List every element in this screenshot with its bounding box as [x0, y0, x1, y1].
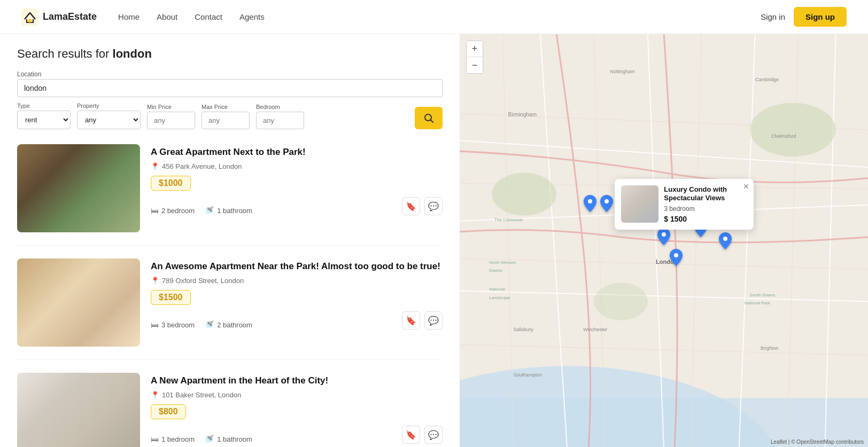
svg-text:Salisbury: Salisbury: [514, 327, 534, 332]
listing-price: $800: [151, 404, 186, 419]
location-icon: 📍: [151, 391, 159, 399]
popup-price: $ 1500: [664, 215, 747, 223]
listing-address: 📍 456 Park Avenue, London: [151, 162, 443, 170]
bathrooms-text: 1 bathroom: [217, 207, 252, 215]
bath-icon: 🚿: [204, 320, 214, 330]
svg-text:The Cotswolds: The Cotswolds: [494, 217, 523, 222]
listing-card: A Great Apartment Next to the Park! 📍 45…: [17, 144, 443, 232]
message-button[interactable]: 💬: [424, 426, 443, 444]
bathrooms-text: 2 bathroom: [217, 321, 252, 329]
type-label: Type: [17, 103, 71, 109]
bedrooms-meta: 🛏 1 bedroom: [151, 435, 195, 444]
bathrooms-meta: 🚿 2 bathroom: [204, 320, 252, 330]
type-select[interactable]: rent buy: [17, 111, 71, 129]
nav-contact[interactable]: Contact: [195, 12, 222, 21]
bath-icon: 🚿: [204, 434, 214, 444]
svg-point-23: [750, 103, 836, 157]
max-price-filter-group: Max Price: [201, 104, 250, 129]
listing-title: A New Apartment in the Heart of the City…: [151, 375, 443, 387]
header: LamaEstate Home About Contact Agents Sig…: [0, 0, 868, 34]
search-query: london: [113, 47, 152, 60]
nav-home[interactable]: Home: [118, 12, 140, 21]
bookmark-button[interactable]: 🔖: [402, 311, 420, 330]
listing-meta: 🛏 3 bedroom 🚿 2 bathroom: [151, 320, 252, 330]
svg-point-22: [492, 172, 556, 215]
listing-meta: 🛏 1 bedroom 🚿 1 bathroom: [151, 434, 252, 444]
map-container: Birmingham Nottingham Cambridge Chelmsfo…: [460, 34, 868, 447]
svg-text:Landscape: Landscape: [489, 295, 510, 300]
listing-meta-row: 🛏 1 bedroom 🚿 1 bathroom 🔖 💬: [151, 426, 443, 444]
left-panel: Search results for london Location Type …: [0, 34, 460, 447]
nav-about[interactable]: About: [157, 12, 177, 21]
svg-point-41: [588, 199, 592, 203]
bed-icon: 🛏: [151, 320, 159, 330]
listing-card: An Awesome Apartment Near the Park! Almo…: [17, 258, 443, 347]
property-filter-group: Property any apartment house: [77, 103, 141, 129]
logo-text: LamaEstate: [43, 11, 97, 22]
message-button[interactable]: 💬: [424, 197, 443, 215]
map-pin[interactable]: [600, 195, 613, 216]
listing-info: A Great Apartment Next to the Park! 📍 45…: [151, 144, 443, 232]
logo-icon: [21, 9, 38, 26]
bedrooms-text: 2 bedroom: [161, 207, 195, 215]
bedrooms-meta: 🛏 2 bedroom: [151, 206, 195, 215]
sign-up-button[interactable]: Sign up: [794, 7, 847, 27]
listing-meta-row: 🛏 3 bedroom 🚿 2 bathroom 🔖 💬: [151, 311, 443, 330]
zoom-out-button[interactable]: −: [467, 57, 483, 73]
bedroom-input[interactable]: [256, 112, 304, 129]
min-price-filter-group: Min Price: [147, 104, 195, 129]
svg-text:South Downs: South Downs: [750, 293, 776, 297]
listing-divider: [17, 359, 443, 360]
bathrooms-meta: 🚿 1 bathroom: [204, 434, 252, 444]
location-icon: 📍: [151, 277, 159, 285]
search-form: Location Type rent buy Property any apar…: [17, 70, 443, 129]
map-popup: ✕ Luxury Condo with Spectacular Views 3 …: [615, 179, 754, 230]
search-icon: [423, 113, 434, 123]
bookmark-button[interactable]: 🔖: [402, 197, 420, 215]
nav-agents[interactable]: Agents: [239, 12, 265, 21]
popup-image-inner: [621, 185, 658, 223]
map-pin[interactable]: [670, 249, 683, 270]
bath-icon: 🚿: [204, 206, 214, 215]
listing-title: A Great Apartment Next to the Park!: [151, 146, 443, 158]
map-zoom-controls: + −: [466, 41, 483, 74]
bedrooms-text: 1 bedroom: [161, 435, 195, 443]
message-button[interactable]: 💬: [424, 311, 443, 330]
search-title: Search results for london: [17, 47, 443, 61]
type-filter-group: Type rent buy: [17, 103, 71, 129]
popup-info: Luxury Condo with Spectacular Views 3 be…: [664, 185, 747, 224]
max-price-input[interactable]: [201, 112, 250, 129]
svg-text:Cambridge: Cambridge: [755, 77, 779, 82]
listing-price: $1000: [151, 176, 191, 191]
listing-image-inner: [17, 144, 140, 232]
popup-close-button[interactable]: ✕: [743, 182, 749, 191]
zoom-in-button[interactable]: +: [467, 41, 483, 57]
bathrooms-meta: 🚿 1 bathroom: [204, 206, 252, 215]
right-panel: Birmingham Nottingham Cambridge Chelmsfo…: [460, 34, 868, 447]
search-button[interactable]: [415, 107, 443, 129]
logo-link[interactable]: LamaEstate: [21, 9, 97, 26]
bookmark-button[interactable]: 🔖: [402, 426, 420, 444]
svg-rect-0: [21, 9, 38, 26]
svg-text:North Wessex: North Wessex: [489, 260, 516, 265]
map-pin[interactable]: [719, 232, 732, 253]
min-price-input[interactable]: [147, 112, 195, 129]
svg-point-48: [723, 237, 727, 241]
property-select[interactable]: any apartment house: [77, 111, 141, 129]
svg-text:Nottingham: Nottingham: [610, 69, 634, 74]
map-pin[interactable]: [584, 195, 596, 216]
popup-title: Luxury Condo with Spectacular Views: [664, 185, 747, 203]
listing-info: A New Apartment in the Heart of the City…: [151, 373, 443, 447]
bed-icon: 🛏: [151, 206, 159, 215]
bedrooms-text: 3 bedroom: [161, 321, 195, 329]
listing-card: A New Apartment in the Heart of the City…: [17, 373, 443, 447]
listing-meta: 🛏 2 bedroom 🚿 1 bathroom: [151, 206, 252, 215]
map-attribution: Leaflet | © OpenStreetMap contributors: [771, 439, 864, 445]
header-actions: Sign in Sign up: [761, 7, 847, 27]
location-input[interactable]: [17, 79, 443, 97]
sign-in-button[interactable]: Sign in: [761, 12, 785, 21]
map-pin[interactable]: [657, 228, 670, 249]
listing-meta-row: 🛏 2 bedroom 🚿 1 bathroom 🔖 💬: [151, 197, 443, 215]
min-price-label: Min Price: [147, 104, 195, 110]
svg-text:Birmingham: Birmingham: [508, 112, 537, 117]
